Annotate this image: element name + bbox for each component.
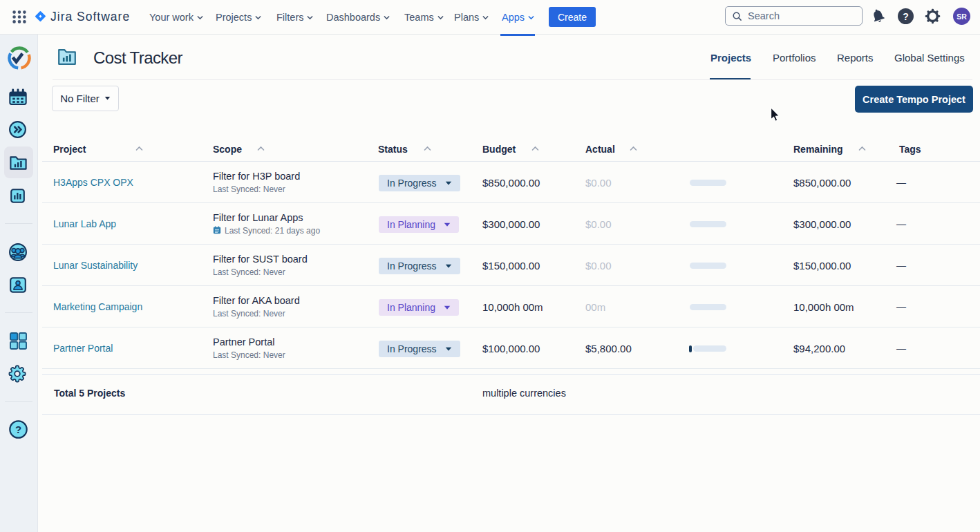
svg-text:?: ? bbox=[15, 424, 21, 435]
svg-text:?: ? bbox=[903, 11, 909, 22]
